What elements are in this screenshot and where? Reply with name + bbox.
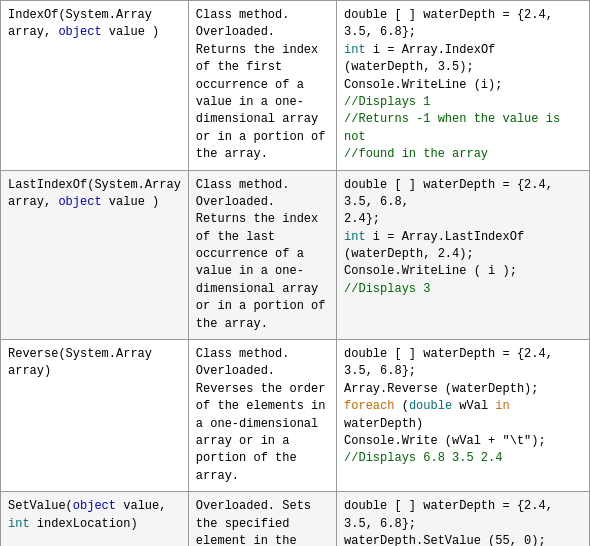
method-example-setValue: double [ ] waterDepth = {2.4, 3.5, 6.8};…	[337, 492, 590, 546]
method-example-reverse: double [ ] waterDepth = {2.4, 3.5, 6.8};…	[337, 340, 590, 492]
method-description-indexOf: Class method. Overloaded. Returns the in…	[188, 1, 336, 171]
methods-table: IndexOf(System.Array array, object value…	[0, 0, 590, 546]
method-description-reverse: Class method. Overloaded. Reverses the o…	[188, 340, 336, 492]
method-description-lastIndexOf: Class method. Overloaded. Returns the in…	[188, 170, 336, 340]
method-signature-lastIndexOf: LastIndexOf(System.Array array, object v…	[1, 170, 189, 340]
method-example-lastIndexOf: double [ ] waterDepth = {2.4, 3.5, 6.8, …	[337, 170, 590, 340]
method-example-indexOf: double [ ] waterDepth = {2.4, 3.5, 6.8};…	[337, 1, 590, 171]
method-signature-indexOf: IndexOf(System.Array array, object value…	[1, 1, 189, 171]
method-signature-reverse: Reverse(System.Array array)	[1, 340, 189, 492]
method-signature-setValue: SetValue(object value, int indexLocation…	[1, 492, 189, 546]
method-description-setValue: Overloaded. Sets the specified element i…	[188, 492, 336, 546]
